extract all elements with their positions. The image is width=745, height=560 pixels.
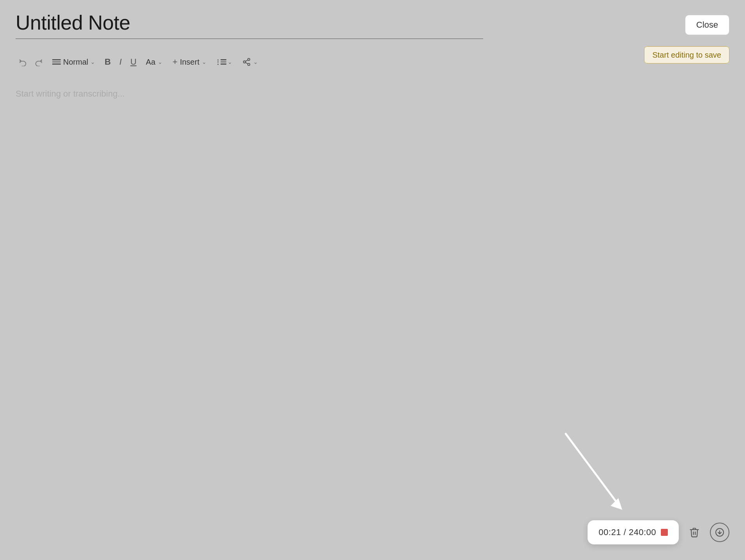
font-label: Aa — [146, 58, 155, 67]
arrow-svg — [554, 430, 632, 516]
toolbar: Normal ⌄ B I U Aa ⌄ + Insert ⌄ ⌄ — [16, 51, 729, 73]
font-dropdown[interactable]: Aa ⌄ — [142, 55, 166, 69]
insert-dropdown[interactable]: + Insert ⌄ — [169, 55, 210, 69]
title-underline — [16, 39, 483, 39]
font-chevron: ⌄ — [158, 59, 162, 65]
note-title[interactable]: Untitled Note — [16, 12, 685, 34]
style-label: Normal — [63, 58, 88, 67]
header: Untitled Note Close — [16, 12, 729, 39]
undo-button[interactable] — [16, 55, 30, 69]
redo-button[interactable] — [31, 55, 46, 69]
insert-label: Insert — [180, 58, 199, 67]
svg-marker-6 — [611, 498, 622, 510]
align-icon — [52, 59, 61, 65]
underline-button[interactable]: U — [127, 55, 139, 69]
recording-timer: 00:21 / 240:00 — [598, 527, 656, 537]
svg-line-4 — [245, 60, 248, 62]
download-icon — [715, 528, 724, 537]
list-icon — [217, 59, 225, 65]
bottom-bar: 00:21 / 240:00 — [588, 520, 729, 544]
bold-button[interactable]: B — [101, 55, 114, 69]
redo-icon — [34, 58, 43, 66]
editor-area[interactable]: Start writing or transcribing... — [16, 85, 729, 319]
main-container: Untitled Note Close Start editing to sav… — [0, 0, 745, 560]
undo-icon — [19, 58, 27, 66]
stop-icon — [661, 529, 668, 536]
delete-button[interactable] — [685, 523, 704, 542]
style-chevron: ⌄ — [90, 59, 95, 65]
share-icon — [242, 58, 251, 66]
save-badge: Start editing to save — [644, 46, 729, 63]
title-section: Untitled Note — [16, 12, 685, 39]
list-dropdown[interactable]: ⌄ — [213, 56, 236, 67]
download-button[interactable] — [710, 523, 729, 542]
italic-button[interactable]: I — [116, 55, 125, 69]
editor-placeholder: Start writing or transcribing... — [16, 89, 125, 99]
share-chevron: ⌄ — [253, 59, 258, 65]
style-dropdown[interactable]: Normal ⌄ — [48, 55, 99, 69]
share-dropdown[interactable]: ⌄ — [238, 55, 262, 69]
recording-widget: 00:21 / 240:00 — [588, 520, 679, 544]
svg-line-5 — [566, 434, 616, 502]
list-chevron: ⌄ — [228, 59, 232, 65]
undo-redo-group — [16, 55, 46, 69]
insert-chevron: ⌄ — [202, 59, 207, 65]
arrow-annotation — [554, 430, 632, 517]
insert-plus-icon: + — [173, 57, 178, 67]
stop-recording-button[interactable] — [661, 529, 668, 536]
trash-icon — [689, 527, 700, 538]
svg-line-3 — [245, 63, 248, 64]
save-notification: Start editing to save — [644, 51, 729, 60]
close-button[interactable]: Close — [685, 15, 729, 35]
